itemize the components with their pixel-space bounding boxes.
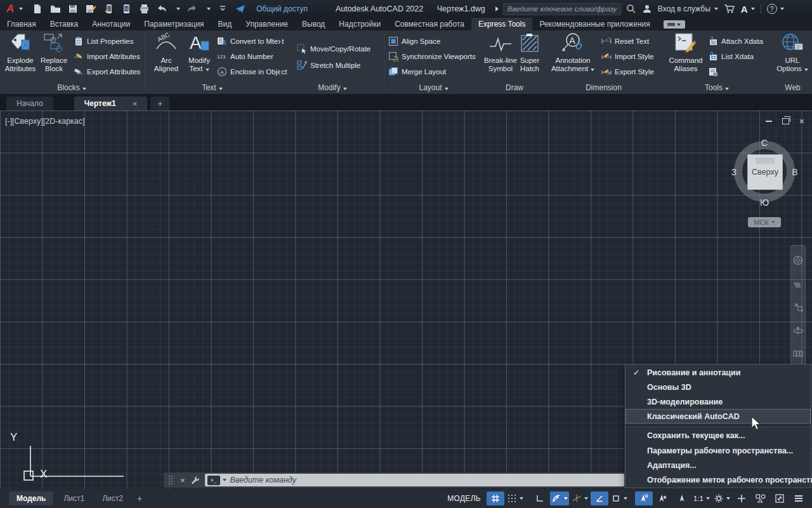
move-copy-rotate-button[interactable]: Move/Copy/Rotate <box>297 43 370 55</box>
command-line-bar[interactable]: × >_ Введите команду <box>164 472 625 488</box>
isolate-objects-button[interactable] <box>752 491 769 505</box>
attach-xdata-button[interactable]: Attach Xdata <box>708 36 763 47</box>
file-tab-new-button[interactable]: + <box>150 97 169 110</box>
clean-screen-button[interactable] <box>771 491 789 505</box>
polar-tracking-toggle[interactable] <box>550 491 569 505</box>
menu-item-customize[interactable]: Адаптация... <box>625 458 811 472</box>
sign-in-label[interactable]: Вход в службы <box>658 4 710 13</box>
menu-item-3d-modeling[interactable]: 3D-моделирование <box>625 394 811 409</box>
isodraft-caret-icon[interactable] <box>584 497 588 500</box>
save-as-button[interactable] <box>85 3 96 15</box>
orbit-icon[interactable] <box>793 326 803 335</box>
show-motion-icon[interactable] <box>793 349 803 357</box>
menu-item-workspace-settings[interactable]: Параметры рабочего пространства... <box>625 443 811 458</box>
tab-insert[interactable]: Вставка <box>43 18 86 30</box>
open-file-button[interactable] <box>49 3 61 15</box>
viewcube-south[interactable]: Ю <box>758 197 771 208</box>
save-button[interactable] <box>67 3 79 15</box>
tab-output[interactable]: Вывод <box>295 18 332 30</box>
viewcube-west[interactable]: З <box>728 167 740 177</box>
merge-layout-button[interactable]: Merge Layout <box>388 66 446 77</box>
replace-block-button[interactable]: ReplaceBlock <box>37 32 70 73</box>
logo-caret-icon[interactable] <box>19 8 23 10</box>
wcs-dropdown[interactable]: МСК <box>748 217 781 227</box>
new-layout-button[interactable]: + <box>133 493 146 504</box>
menu-item-display-workspace-labels[interactable]: Отображение меток рабочего пространства <box>625 472 811 487</box>
plot-button[interactable] <box>138 3 150 15</box>
panel-title-draw[interactable]: Draw <box>484 83 545 92</box>
osnap-tracking-toggle[interactable] <box>591 491 608 505</box>
super-hatch-button[interactable]: SuperHatch <box>516 32 544 73</box>
viewport-controls[interactable]: [-][Сверху][2D-каркас] <box>5 117 85 126</box>
scale-caret-icon[interactable] <box>706 497 710 500</box>
tab-addins[interactable]: Надстройки <box>332 18 388 30</box>
panel-title-layout[interactable]: Layout <box>384 83 483 92</box>
menu-item-classic-autocad[interactable]: Классический AutoCAD <box>625 409 811 424</box>
ribbon-display-toggle[interactable] <box>664 20 685 29</box>
url-options-button[interactable]: URLOptions <box>775 32 810 73</box>
redo-caret-icon[interactable] <box>207 8 211 10</box>
customization-button[interactable] <box>733 491 750 505</box>
viewcube-top-face[interactable]: Сверху <box>747 154 783 190</box>
annotation-scale-dropdown[interactable]: 1:1 <box>692 491 711 505</box>
model-space-label[interactable]: МОДЕЛЬ <box>447 494 481 503</box>
customize-qat-button[interactable] <box>217 3 228 15</box>
workspace-switching-button[interactable] <box>712 491 731 505</box>
annotation-attachment-button[interactable]: A AnnotationAttachment <box>553 32 593 73</box>
command-close-icon[interactable]: × <box>180 476 185 485</box>
drawing-restore-button[interactable] <box>782 118 789 124</box>
arc-aligned-button[interactable]: ABC ArcAligned <box>150 32 183 73</box>
panel-title-tools[interactable]: Tools <box>662 83 771 92</box>
file-tab-drawing1[interactable]: Чертеж1 × <box>74 97 147 110</box>
list-xdata-button[interactable]: List Xdata <box>708 51 754 62</box>
command-history-caret-icon[interactable] <box>223 479 226 481</box>
app-store-cart-icon[interactable] <box>724 4 735 14</box>
enclose-in-object-button[interactable]: A Enclose in Object <box>217 66 287 77</box>
redo-button[interactable] <box>187 3 198 15</box>
workspace-caret-icon[interactable] <box>726 497 730 500</box>
search-flyout-arrow-icon[interactable] <box>494 6 499 12</box>
import-style-button[interactable]: Import Style <box>601 51 653 62</box>
object-snap-toggle[interactable] <box>610 491 629 505</box>
open-from-mobile-button[interactable] <box>103 3 114 15</box>
layout2-tab[interactable]: Лист2 <box>95 491 131 505</box>
panel-title-text[interactable]: Text <box>145 83 280 92</box>
menu-item-save-current-as[interactable]: Сохранить текущее как... <box>625 429 811 443</box>
save-to-mobile-button[interactable] <box>121 3 132 15</box>
help-icon[interactable]: ? <box>767 4 777 14</box>
undo-caret-icon[interactable] <box>176 8 180 10</box>
export-attributes-button[interactable]: Export Attributes <box>74 66 140 77</box>
grid-display-toggle[interactable] <box>487 491 504 505</box>
file-tab-start[interactable]: Начало <box>6 97 53 110</box>
viewcube-north[interactable]: С <box>758 138 771 148</box>
sign-in-caret-icon[interactable] <box>714 8 718 10</box>
model-tab[interactable]: Модель <box>9 491 53 505</box>
autodesk-app-caret-icon[interactable] <box>751 8 755 10</box>
panel-title-dimension[interactable]: Dimension <box>547 83 660 92</box>
undo-button[interactable] <box>156 3 167 15</box>
autocad-logo-icon[interactable]: A <box>6 3 14 15</box>
stretch-multiple-button[interactable]: Stretch Multiple <box>297 60 360 71</box>
panel-title-blocks[interactable]: Blocks <box>0 83 143 92</box>
snap-caret-icon[interactable] <box>520 497 523 500</box>
polar-caret-icon[interactable] <box>564 497 568 500</box>
user-icon[interactable] <box>642 4 652 14</box>
viewcube-east[interactable]: В <box>789 167 801 177</box>
convert-to-mtext-button[interactable]: A Convert to Mtext <box>217 36 284 47</box>
navigation-bar[interactable] <box>790 245 806 367</box>
command-prompt-icon[interactable]: >_ <box>207 476 220 485</box>
command-input[interactable]: >_ Введите команду <box>205 474 624 486</box>
file-tab-close-icon[interactable]: × <box>133 99 138 109</box>
tab-home[interactable]: Главная <box>0 18 43 30</box>
pan-hand-icon[interactable] <box>794 279 802 288</box>
panel-title-web[interactable]: Web <box>773 83 812 92</box>
annotation-visibility-toggle[interactable] <box>635 491 653 505</box>
annotation-scale-icon-button[interactable] <box>673 491 691 505</box>
status-bar-menu-button[interactable] <box>790 491 808 505</box>
drawing-close-button[interactable]: × <box>799 117 804 126</box>
tab-view[interactable]: Вид <box>211 18 239 30</box>
drawing-minimize-button[interactable] <box>766 121 772 122</box>
menu-item-3d-basics[interactable]: Основы 3D <box>625 380 811 394</box>
panel-title-modify[interactable]: Modify <box>282 83 383 92</box>
list-properties-button[interactable]: List Properties <box>74 36 134 47</box>
